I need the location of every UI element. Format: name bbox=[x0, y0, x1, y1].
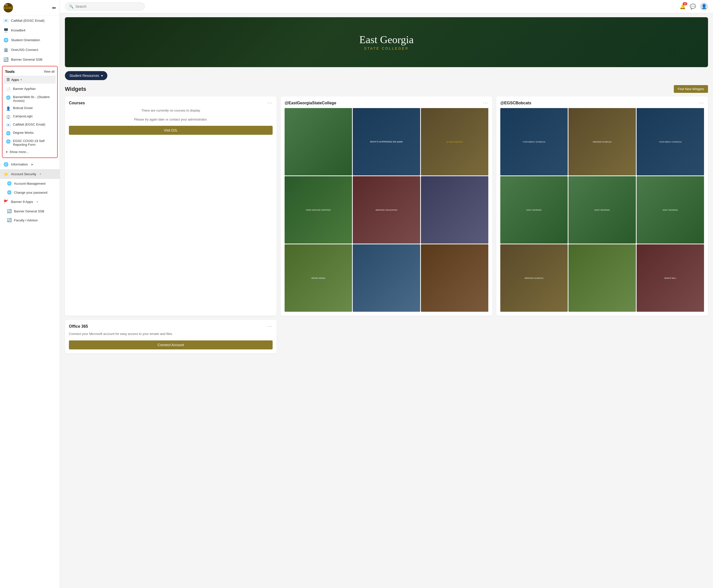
banner9-label: Banner 9 Apps bbox=[11, 200, 33, 204]
sidebar-item-oneusg[interactable]: 🏛️ OneUSG Connect bbox=[0, 45, 60, 55]
apps-dropdown[interactable]: ☰ Apps ▾ bbox=[4, 76, 56, 84]
banner-appnav-label: Banner AppNav bbox=[13, 87, 36, 90]
sidebar: my EGSC ⬅ 📧 CatMail (EGSC Email) 🖥️ Know… bbox=[0, 0, 60, 588]
faculty-advisor-label: Faculty / Advisor bbox=[14, 218, 38, 222]
courses-widget-menu[interactable]: ··· bbox=[267, 100, 273, 106]
logo-egsc-text: EGSC bbox=[4, 6, 13, 10]
hero-title: East Georgia bbox=[359, 34, 414, 45]
bobcat-thumb-8[interactable] bbox=[568, 244, 636, 312]
banner-general-sub-item[interactable]: 🔄 Banner General SSB bbox=[0, 207, 60, 216]
hero-text: East Georgia STATE COLLEGE® bbox=[359, 34, 414, 50]
view-all-button[interactable]: View all bbox=[44, 70, 55, 74]
information-icon: 🌐 bbox=[3, 162, 8, 167]
tool-item-bannerweb[interactable]: 🌐 BannerWeb 9x - (Student Access) bbox=[2, 93, 57, 104]
find-new-widgets-button[interactable]: Find New Widgets bbox=[674, 85, 708, 93]
tool-item-banner-appnav[interactable]: 📄 Banner AppNav bbox=[2, 85, 57, 93]
hamburger-icon: ☰ bbox=[6, 77, 10, 82]
account-security-section[interactable]: ⭐ Account Security ▾ bbox=[0, 169, 60, 179]
notification-button[interactable]: 🔔 10 bbox=[679, 3, 686, 9]
tool-item-catmail[interactable]: 📧 CatMail (EGSC Email) bbox=[2, 121, 57, 129]
bobcat-thumb-5[interactable]: EAST GEORGIA bbox=[568, 176, 636, 244]
tool-item-campuslogic[interactable]: ⚖️ CampusLogic bbox=[2, 112, 57, 121]
social-thumb-4[interactable]: FREE GROUND SHIPPING bbox=[285, 176, 352, 244]
egscbobcats-social-menu[interactable]: ··· bbox=[699, 100, 704, 106]
knowbe4-icon: 🖥️ bbox=[3, 28, 8, 33]
social-thumb-5[interactable]: MENTARY EDUCATION bbox=[353, 176, 420, 244]
sidebar-item-catmail[interactable]: 📧 CatMail (EGSC Email) bbox=[0, 16, 60, 25]
social-thumb-1[interactable] bbox=[285, 108, 352, 175]
campuslogic-icon: ⚖️ bbox=[6, 114, 11, 119]
search-input[interactable] bbox=[76, 4, 141, 8]
degree-works-icon: 🌐 bbox=[6, 131, 11, 135]
sidebar-item-banner-ssb[interactable]: 🔄 Banner General SSB bbox=[0, 55, 60, 64]
apps-dropdown-arrow-icon: ▾ bbox=[20, 78, 22, 81]
apps-label: Apps bbox=[11, 78, 19, 82]
bobcat-thumb-9[interactable]: BOBCAT BALL bbox=[636, 244, 704, 312]
account-management-item[interactable]: 🌐 Account Management bbox=[0, 179, 60, 188]
social-thumb-8[interactable] bbox=[353, 244, 420, 312]
bannerweb-icon: 🌐 bbox=[6, 95, 11, 100]
bobcat-thumb-4[interactable]: EAST GEORGIA bbox=[500, 176, 568, 244]
eastgeorgia-social-menu[interactable]: ··· bbox=[483, 100, 488, 106]
topbar: 🔍 🔔 10 💬 👤 bbox=[60, 0, 713, 13]
banner-general-sub-icon: 🔄 bbox=[7, 209, 12, 213]
social-thumb-6[interactable] bbox=[421, 176, 488, 244]
sidebar-item-orientation[interactable]: 🌐 Student Orientation bbox=[0, 35, 60, 45]
chat-button[interactable]: 💬 bbox=[690, 3, 696, 9]
tool-item-covid-form[interactable]: 🌐 EGSC COVID-19 Self Reporting Form bbox=[2, 137, 57, 148]
banner-ssb-label: Banner General SSB bbox=[11, 58, 42, 61]
banner-appnav-icon: 📄 bbox=[6, 87, 11, 91]
banner-ssb-icon: 🔄 bbox=[3, 57, 8, 62]
change-password-item[interactable]: 🌐 Change your password bbox=[0, 188, 60, 197]
back-arrow-button[interactable]: ⬅ bbox=[52, 5, 56, 11]
bobcat-thumb-2[interactable]: WEEKEND SCHEDULE bbox=[568, 108, 636, 175]
connect-account-button[interactable]: Connect Account bbox=[69, 340, 273, 350]
information-label: Information bbox=[11, 163, 28, 166]
bobcat-thumb-1[interactable]: YOUR WEEKLY SCHEDULE bbox=[500, 108, 568, 175]
show-more-arrow-icon: ▾ bbox=[6, 150, 7, 154]
widgets-title: Widgets bbox=[65, 86, 86, 92]
banner9-section[interactable]: 🚩 Banner 9 Apps ▾ bbox=[0, 197, 60, 207]
banner-general-sub-label: Banner General SSB bbox=[14, 209, 44, 213]
logo: my EGSC bbox=[3, 3, 13, 13]
hero-subtitle: STATE COLLEGE® bbox=[359, 46, 414, 50]
bobcat-thumb-7[interactable]: WEEKEND SCHEDULE bbox=[500, 244, 568, 312]
social-thumb-2[interactable]: WHAT'S HAPPENING this week! bbox=[353, 108, 420, 175]
catmail-label: CatMail (EGSC Email) bbox=[11, 19, 44, 22]
tool-item-degree-works[interactable]: 🌐 Degree Works bbox=[2, 129, 57, 137]
account-management-label: Account Management bbox=[14, 182, 45, 185]
egscbobcats-social-grid: YOUR WEEKLY SCHEDULE WEEKEND SCHEDULE YO… bbox=[500, 108, 704, 312]
office365-widget: Office 365 ··· Connect your Microsoft ac… bbox=[65, 320, 277, 353]
widgets-header: Widgets Find New Widgets bbox=[65, 85, 708, 93]
eastgeorgia-social-widget: @EastGeorgiaStateCollege ··· WHAT'S HAPP… bbox=[280, 96, 492, 316]
social-thumb-9[interactable] bbox=[421, 244, 488, 312]
office365-description: Connect your Microsoft account for easy … bbox=[69, 332, 273, 336]
catmail-icon: 📧 bbox=[3, 18, 8, 23]
catmail-tool-label: CatMail (EGSC Email) bbox=[13, 123, 45, 126]
courses-widget-title: Courses bbox=[69, 101, 85, 105]
information-section[interactable]: 🌐 Information ▶ bbox=[0, 160, 60, 169]
bobcat-thumb-6[interactable]: EAST GEORGIA bbox=[636, 176, 704, 244]
tool-item-bobcat-growl[interactable]: 👤 Bobcat Growl bbox=[2, 104, 57, 112]
user-avatar[interactable]: 👤 bbox=[700, 2, 708, 10]
covid-form-icon: 🌐 bbox=[6, 139, 11, 144]
change-password-icon: 🌐 bbox=[7, 190, 12, 195]
information-arrow-icon: ▶ bbox=[32, 163, 34, 166]
student-resources-label: Student Resources bbox=[69, 74, 99, 78]
office365-widget-menu[interactable]: ··· bbox=[267, 324, 273, 329]
notification-badge: 10 bbox=[683, 2, 687, 5]
student-resources-button[interactable]: Student Resources ▾ bbox=[65, 71, 107, 80]
tools-section: Tools View all ☰ Apps ▾ 📄 Banner AppNav … bbox=[2, 66, 58, 158]
eastgeorgia-social-grid: WHAT'S HAPPENING this week! ALUMNI AWARD… bbox=[285, 108, 488, 312]
bobcat-thumb-3[interactable]: YOUR WEEKLY SCHEDULE bbox=[636, 108, 704, 175]
visit-d2l-button[interactable]: Visit D2L bbox=[69, 126, 273, 135]
account-security-arrow-icon: ▾ bbox=[40, 173, 41, 175]
orientation-icon: 🌐 bbox=[3, 38, 8, 42]
account-management-icon: 🌐 bbox=[7, 181, 12, 186]
social-thumb-7[interactable]: WE'RE HIRING bbox=[285, 244, 352, 312]
faculty-advisor-sub-item[interactable]: 🔄 Faculty / Advisor bbox=[0, 216, 60, 225]
social-thumb-3[interactable]: ALUMNI AWARDS bbox=[421, 108, 488, 175]
sidebar-item-knowbe4[interactable]: 🖥️ KnowBe4 bbox=[0, 25, 60, 35]
show-more-button[interactable]: ▾ Show more... bbox=[2, 148, 57, 155]
search-box[interactable]: 🔍 bbox=[65, 2, 145, 10]
